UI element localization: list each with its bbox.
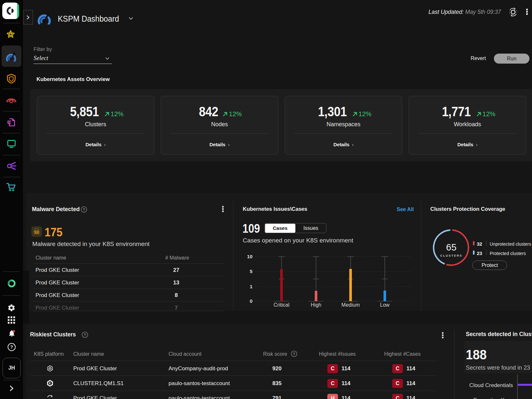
svg-text:?: ?	[83, 208, 85, 212]
svg-text:High: High	[311, 302, 322, 308]
svg-text:0: 0	[250, 298, 252, 304]
svg-text:CLUSTERS: CLUSTERS	[440, 254, 463, 257]
svg-text:Critical: Critical	[274, 302, 290, 308]
svg-text:?: ?	[84, 333, 86, 337]
svg-text:?: ?	[10, 344, 13, 350]
svg-text:Low: Low	[380, 302, 390, 308]
svg-text:?: ?	[293, 352, 295, 356]
svg-text:Medium: Medium	[342, 302, 360, 308]
svg-text:10: 10	[247, 254, 252, 259]
svg-text:65: 65	[446, 242, 456, 252]
svg-text:1: 1	[250, 284, 252, 289]
svg-text:5: 5	[250, 269, 252, 274]
